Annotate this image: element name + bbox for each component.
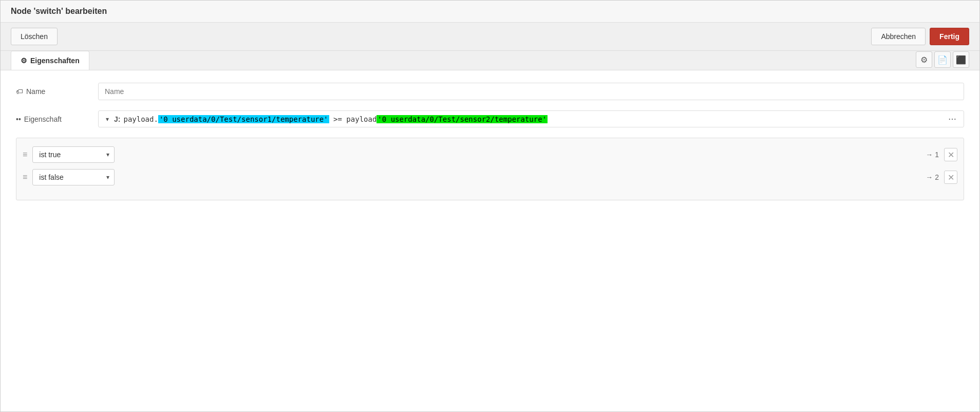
rule-2-condition-select[interactable]: ist true ist false ist null ist nicht nu…	[32, 169, 115, 185]
title-bar: Node 'switch' bearbeiten	[1, 1, 979, 23]
content: 🏷 Name •• Eigenschaft ▾ J: payload.'0_us…	[1, 70, 979, 213]
property-more-button[interactable]: ⋯	[946, 114, 958, 124]
dialog: Node 'switch' bearbeiten Löschen Abbrech…	[0, 0, 980, 412]
tab-eigenschaften[interactable]: ⚙ Eigenschaften	[11, 51, 89, 70]
name-input[interactable]	[98, 83, 964, 100]
rule-1-condition-select[interactable]: ist true ist false ist null ist nicht nu…	[32, 146, 115, 163]
description-action-button[interactable]: 📄	[934, 51, 951, 68]
tab-area: ⚙ Eigenschaften ⚙ 📄 ⬛	[1, 51, 979, 70]
property-type-dropdown[interactable]: ▾	[104, 116, 111, 123]
chevron-down-icon: ▾	[106, 116, 109, 123]
settings-action-button[interactable]: ⚙	[916, 51, 932, 68]
rule-row: ≡ ist true ist false ist null ist nicht …	[23, 146, 957, 163]
name-label: 🏷 Name	[16, 87, 98, 96]
property-expression: payload.'0_userdata/0/Test/sensor1/tempe…	[123, 115, 943, 123]
drag-handle-icon[interactable]: ≡	[23, 150, 27, 159]
tag-icon: 🏷	[16, 87, 23, 96]
rule-1-output: → 1	[926, 151, 939, 159]
rule-2-remove-button[interactable]: ✕	[944, 171, 957, 184]
jsonata-icon: J:	[114, 115, 120, 123]
dots-icon: ••	[16, 115, 21, 123]
tab-actions: ⚙ 📄 ⬛	[916, 51, 969, 70]
hl-sensor2: '0_userdata/0/Test/sensor2/temperature'	[376, 115, 548, 123]
property-control: ▾ J: payload.'0_userdata/0/Test/sensor1/…	[98, 110, 964, 127]
rules-container: ≡ ist true ist false ist null ist nicht …	[16, 138, 964, 200]
done-button[interactable]: Fertig	[930, 28, 969, 45]
property-label: •• Eigenschaft	[16, 115, 98, 123]
rule-2-output: → 2	[926, 173, 939, 181]
rule-row: ≡ ist true ist false ist null ist nicht …	[23, 169, 957, 185]
drag-handle-icon[interactable]: ≡	[23, 173, 27, 182]
hl-sensor1: '0_userdata/0/Test/sensor1/temperature'	[158, 115, 329, 123]
rule-1-remove-button[interactable]: ✕	[944, 148, 957, 161]
cancel-button[interactable]: Abbrechen	[871, 28, 926, 45]
rule-2-select-wrapper: ist true ist false ist null ist nicht nu…	[32, 169, 115, 185]
delete-button[interactable]: Löschen	[11, 28, 58, 45]
appearance-action-button[interactable]: ⬛	[953, 51, 969, 68]
rule-1-select-wrapper: ist true ist false ist null ist nicht nu…	[32, 146, 115, 163]
settings-tab-icon: ⚙	[21, 57, 27, 65]
property-row: •• Eigenschaft ▾ J: payload.'0_userdata/…	[16, 110, 964, 127]
toolbar-left: Löschen	[11, 28, 58, 45]
name-row: 🏷 Name	[16, 83, 964, 100]
tabs: ⚙ Eigenschaften	[11, 51, 90, 70]
toolbar: Löschen Abbrechen Fertig	[1, 23, 979, 51]
toolbar-right: Abbrechen Fertig	[871, 28, 969, 45]
dialog-title: Node 'switch' bearbeiten	[11, 7, 107, 16]
tab-label: Eigenschaften	[30, 57, 80, 65]
